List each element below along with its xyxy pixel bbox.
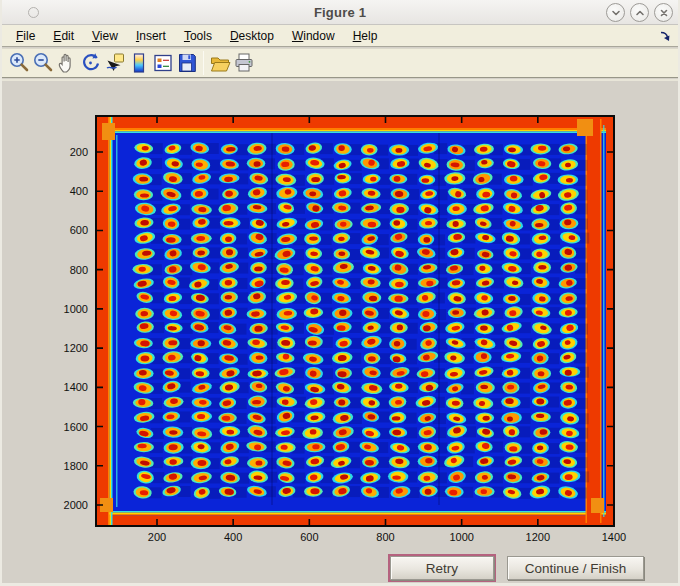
close-icon	[658, 7, 670, 19]
rotate-3d-icon	[80, 51, 102, 75]
window-controls	[606, 3, 673, 22]
insert-legend-button[interactable]	[151, 50, 175, 76]
data-cursor-icon	[104, 51, 126, 75]
x-tick-label: 800	[362, 531, 410, 543]
toolbar-divider	[2, 79, 678, 81]
y-tick-label: 2000	[42, 499, 88, 511]
y-tick-label: 1800	[42, 460, 88, 472]
y-tick-label: 400	[42, 185, 88, 197]
continue-finish-button[interactable]: Continue / Finish	[507, 556, 644, 580]
print-figure-icon	[233, 51, 255, 75]
zoom-out-button[interactable]	[31, 50, 55, 76]
chevron-down-icon	[610, 7, 622, 19]
save-figure-icon	[176, 51, 198, 75]
menu-desktop[interactable]: Desktop	[223, 26, 281, 46]
zoom-in-button[interactable]	[7, 50, 31, 76]
y-tick-label: 1400	[42, 381, 88, 393]
menu-file[interactable]: File	[9, 26, 42, 46]
close-button[interactable]	[654, 3, 673, 22]
open-file-button[interactable]	[208, 50, 232, 76]
plot-image	[95, 115, 615, 527]
titlebar: Figure 1	[2, 0, 678, 25]
minimize-button[interactable]	[606, 3, 625, 22]
y-tick-label: 800	[42, 264, 88, 276]
x-tick-label: 1000	[438, 531, 486, 543]
retry-button[interactable]: Retry	[390, 556, 494, 580]
zoom-in-icon	[8, 51, 30, 75]
dock-figure-icon[interactable]	[659, 29, 672, 42]
y-tick-label: 600	[42, 224, 88, 236]
chevron-up-icon	[634, 7, 646, 19]
window-title: Figure 1	[2, 5, 678, 20]
menu-edit[interactable]: Edit	[46, 26, 81, 46]
y-tick-label: 200	[42, 146, 88, 158]
x-tick-label: 200	[133, 531, 181, 543]
rotate-3d-button[interactable]	[79, 50, 103, 76]
print-figure-button[interactable]	[232, 50, 256, 76]
menu-view[interactable]: View	[85, 26, 125, 46]
x-tick-label: 1200	[514, 531, 562, 543]
menu-help[interactable]: Help	[346, 26, 385, 46]
maximize-button[interactable]	[630, 3, 649, 22]
pan-button[interactable]	[55, 50, 79, 76]
x-tick-label: 400	[209, 531, 257, 543]
open-file-icon	[209, 51, 231, 75]
toolbar	[2, 48, 678, 78]
insert-legend-icon	[152, 51, 174, 75]
toolbar-separator	[203, 51, 204, 75]
y-tick-label: 1600	[42, 421, 88, 433]
y-tick-label: 1200	[42, 342, 88, 354]
data-cursor-button[interactable]	[103, 50, 127, 76]
y-tick-label: 1000	[42, 303, 88, 315]
menu-insert[interactable]: Insert	[129, 26, 173, 46]
x-tick-label: 1400	[590, 531, 638, 543]
zoom-out-icon	[32, 51, 54, 75]
retry-button-focus-ring: Retry	[388, 554, 496, 582]
x-tick-label: 600	[285, 531, 333, 543]
menu-tools[interactable]: Tools	[177, 26, 219, 46]
figure-window: Figure 1 FileEditViewInsertToolsDesktopW…	[0, 0, 680, 586]
insert-colorbar-icon	[128, 51, 150, 75]
menubar: FileEditViewInsertToolsDesktopWindowHelp	[2, 25, 678, 47]
save-figure-button[interactable]	[175, 50, 199, 76]
menu-window[interactable]: Window	[285, 26, 342, 46]
pan-icon	[56, 51, 78, 75]
insert-colorbar-button[interactable]	[127, 50, 151, 76]
